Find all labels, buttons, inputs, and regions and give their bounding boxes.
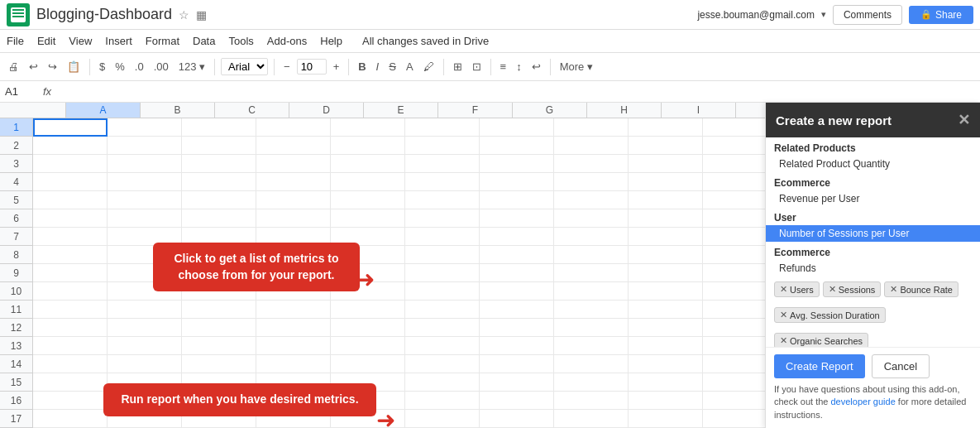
cell-b1[interactable] <box>108 118 182 137</box>
col-header-i[interactable]: I <box>662 103 736 118</box>
folder-icon[interactable]: ▦ <box>196 8 207 22</box>
text-color-button[interactable]: A <box>403 59 417 75</box>
menu-data[interactable]: Data <box>193 35 215 47</box>
tag-bounce-rate[interactable]: ✕ Bounce Rate <box>884 281 958 297</box>
row-header-3[interactable]: 3 <box>0 155 33 173</box>
row-header-1[interactable]: 1 <box>0 118 33 137</box>
row-header-11[interactable]: 11 <box>0 301 33 319</box>
cell-a1[interactable] <box>33 118 108 137</box>
cell-i1[interactable] <box>629 118 703 137</box>
col-header-f[interactable]: F <box>438 103 513 118</box>
col-header-c[interactable]: C <box>215 103 289 118</box>
menu-addons[interactable]: Add-ons <box>267 35 307 47</box>
col-header-h[interactable]: H <box>587 103 662 118</box>
row-header-5[interactable]: 5 <box>0 191 33 209</box>
col-header-a[interactable]: A <box>66 103 141 118</box>
row-header-6[interactable]: 6 <box>0 209 33 228</box>
menu-file[interactable]: File <box>7 35 24 47</box>
row-header-7[interactable]: 7 <box>0 228 33 246</box>
paint-format-button[interactable]: 📋 <box>64 59 84 75</box>
section-item-revenue-per-user[interactable]: Revenue per User <box>766 190 980 207</box>
row-header-17[interactable]: 17 <box>0 410 33 428</box>
tag-avg-session-remove-icon[interactable]: ✕ <box>780 310 787 320</box>
merge-button[interactable]: ⊡ <box>469 59 485 75</box>
col-header-j[interactable]: J <box>736 103 765 118</box>
decimal-decrease-button[interactable]: .0 <box>131 59 147 75</box>
share-button[interactable]: 🔒 Share <box>909 6 973 24</box>
menu-insert[interactable]: Insert <box>105 35 132 47</box>
col-header-d[interactable]: D <box>289 103 364 118</box>
panel-close-button[interactable]: ✕ <box>958 111 970 129</box>
tag-bounce-rate-remove-icon[interactable]: ✕ <box>890 284 897 295</box>
italic-button[interactable]: I <box>373 59 383 75</box>
font-size-decrease-button[interactable]: − <box>280 59 294 75</box>
menu-help[interactable]: Help <box>320 35 342 47</box>
top-bar-right: jesse.bouman@gmail.com ▾ Comments 🔒 Shar… <box>697 5 973 25</box>
font-selector[interactable]: Arial <box>221 58 268 75</box>
tag-users-remove-icon[interactable]: ✕ <box>780 284 787 295</box>
align-button[interactable]: ≡ <box>497 59 510 75</box>
more-button[interactable]: More ▾ <box>557 59 596 75</box>
panel-title: Create a new report <box>776 113 892 127</box>
font-size-increase-button[interactable]: + <box>330 59 343 75</box>
decimal-increase-button[interactable]: .00 <box>151 59 172 75</box>
table-row <box>33 155 765 173</box>
cell-f1[interactable] <box>405 118 480 137</box>
section-item-refunds[interactable]: Refunds <box>766 260 980 277</box>
cell-c1[interactable] <box>182 118 256 137</box>
row-header-12[interactable]: 12 <box>0 319 33 337</box>
tag-sessions[interactable]: ✕ Sessions <box>823 281 882 297</box>
highlight-color-button[interactable]: 🖊 <box>420 59 437 75</box>
bold-button[interactable]: B <box>355 59 369 75</box>
cell-d1[interactable] <box>256 118 331 137</box>
row-header-8[interactable]: 8 <box>0 246 33 264</box>
col-header-b[interactable]: B <box>141 103 215 118</box>
cell-a2[interactable] <box>33 137 108 155</box>
tag-users[interactable]: ✕ Users <box>774 281 820 297</box>
tag-sessions-remove-icon[interactable]: ✕ <box>829 284 836 295</box>
developer-guide-link[interactable]: developer guide <box>831 397 896 406</box>
text-wrap-button[interactable]: ↩ <box>528 59 544 75</box>
menu-format[interactable]: Format <box>146 35 179 47</box>
cell-b2[interactable] <box>108 137 182 155</box>
cell-j1[interactable] <box>703 118 765 137</box>
cell-e1[interactable] <box>331 118 405 137</box>
valign-button[interactable]: ↕ <box>513 59 525 75</box>
col-header-g[interactable]: G <box>513 103 587 118</box>
row-header-9[interactable]: 9 <box>0 264 33 282</box>
menu-tools[interactable]: Tools <box>228 35 253 47</box>
row-header-14[interactable]: 14 <box>0 355 33 373</box>
format-dropdown-button[interactable]: 123 ▾ <box>175 59 208 75</box>
cancel-button[interactable]: Cancel <box>872 354 930 378</box>
percent-button[interactable]: % <box>112 59 128 75</box>
print-button[interactable]: 🖨 <box>5 59 22 75</box>
cell-g1[interactable] <box>480 118 554 137</box>
row-header-2[interactable]: 2 <box>0 137 33 155</box>
currency-button[interactable]: $ <box>96 59 108 75</box>
tag-organic-searches-remove-icon[interactable]: ✕ <box>780 335 787 346</box>
cell-reference[interactable]: A1 <box>5 85 38 98</box>
row-header-13[interactable]: 13 <box>0 337 33 355</box>
menu-edit[interactable]: Edit <box>37 35 55 47</box>
dropdown-arrow-icon[interactable]: ▾ <box>821 9 826 20</box>
section-item-sessions-per-user[interactable]: Number of Sessions per User <box>766 225 980 242</box>
redo-button[interactable]: ↪ <box>45 59 60 75</box>
tag-avg-session[interactable]: ✕ Avg. Session Duration <box>774 307 886 323</box>
row-header-10[interactable]: 10 <box>0 282 33 301</box>
strikethrough-button[interactable]: S <box>385 59 399 75</box>
menu-view[interactable]: View <box>69 35 92 47</box>
create-report-button[interactable]: Create Report <box>774 354 865 378</box>
borders-button[interactable]: ⊞ <box>450 59 466 75</box>
row-header-4[interactable]: 4 <box>0 173 33 191</box>
star-icon[interactable]: ☆ <box>179 8 189 22</box>
row-header-16[interactable]: 16 <box>0 392 33 410</box>
comments-button[interactable]: Comments <box>833 5 902 25</box>
tag-organic-searches[interactable]: ✕ Organic Searches <box>774 333 868 347</box>
section-item-related-product-quantity[interactable]: Related Product Quantity <box>766 156 980 172</box>
row-header-15[interactable]: 15 <box>0 373 33 392</box>
formula-input[interactable] <box>56 85 975 98</box>
font-size-input[interactable] <box>297 59 327 75</box>
undo-button[interactable]: ↩ <box>26 59 41 75</box>
col-header-e[interactable]: E <box>364 103 438 118</box>
cell-h1[interactable] <box>554 118 629 137</box>
